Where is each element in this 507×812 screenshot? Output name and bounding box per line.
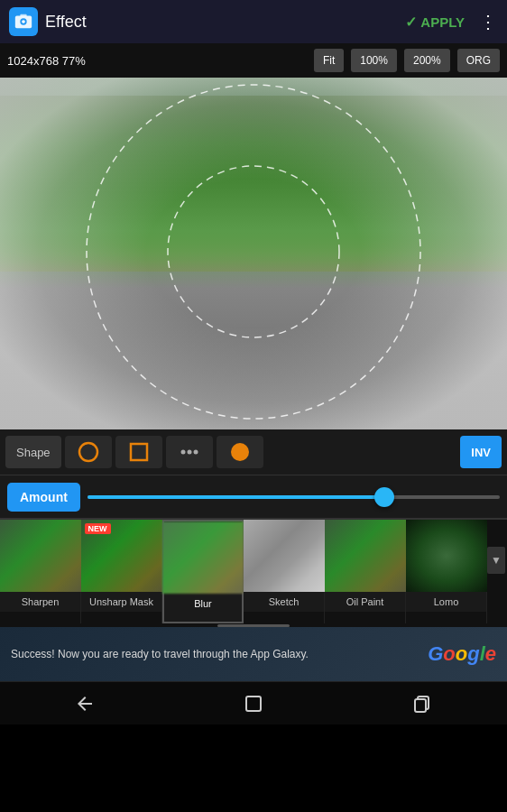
effect-label-unsharp-mask: Unsharp Mask	[81, 592, 161, 612]
app-icon	[9, 7, 38, 36]
effect-thumb-unsharp-mask: NEW	[81, 520, 162, 592]
shape-bar: Shape INV	[0, 429, 507, 475]
svg-rect-14	[415, 699, 426, 712]
effect-label-lomo: Lomo	[406, 592, 486, 612]
effect-thumb-blur	[162, 521, 244, 594]
effect-label-oil-paint: Oil Paint	[325, 592, 405, 612]
effect-item-unsharp-mask[interactable]: NEW Unsharp Mask	[81, 520, 162, 623]
slider-fill	[88, 495, 384, 499]
svg-point-2	[22, 20, 25, 23]
effect-item-sharpen[interactable]: Sharpen	[0, 520, 81, 623]
effect-item-sketch[interactable]: Sketch	[244, 520, 325, 623]
effect-label-sketch: Sketch	[244, 592, 324, 612]
amount-bar: Amount	[0, 475, 507, 518]
app-title: Effect	[45, 13, 405, 32]
new-badge: NEW	[85, 523, 111, 534]
apply-button[interactable]: ✓ APPLY	[405, 14, 465, 31]
ad-text: Success! Now you are ready to travel thr…	[11, 647, 420, 662]
svg-rect-7	[131, 444, 147, 460]
zoom-100-button[interactable]: 100%	[351, 49, 397, 72]
effect-item-lomo[interactable]: Lomo	[406, 520, 487, 623]
canvas-area[interactable]	[0, 78, 507, 429]
zoom-org-button[interactable]: ORG	[457, 49, 500, 72]
info-bar: 1024x768 77% Fit 100% 200% ORG	[0, 43, 507, 78]
zoom-200-button[interactable]: 200%	[404, 49, 450, 72]
svg-rect-3	[20, 14, 26, 17]
dot-fill-shape-button[interactable]	[217, 436, 263, 468]
svg-rect-12	[246, 697, 261, 711]
overflow-menu-button[interactable]: ⋮	[479, 11, 498, 32]
effect-label-blur: Blur	[164, 594, 242, 614]
zoom-fit-button[interactable]: Fit	[314, 49, 344, 72]
effect-item-blur[interactable]: Blur	[162, 520, 244, 623]
image-dimensions: 1024x768 77%	[7, 54, 307, 68]
svg-point-10	[193, 450, 198, 455]
nav-recent-button[interactable]	[395, 687, 449, 720]
svg-point-8	[180, 450, 185, 455]
apply-label: APPLY	[420, 14, 465, 30]
effect-label-sharpen: Sharpen	[0, 592, 80, 612]
nav-bar	[0, 681, 507, 724]
nav-back-button[interactable]	[58, 687, 112, 720]
square-shape-button[interactable]	[115, 436, 162, 468]
effect-item-oil-paint[interactable]: Oil Paint	[325, 520, 406, 623]
effect-thumb-lomo	[406, 520, 487, 592]
shape-label-button[interactable]: Shape	[5, 436, 61, 468]
svg-point-11	[231, 443, 249, 461]
dots-shape-button[interactable]	[166, 436, 213, 468]
effect-thumb-sketch	[244, 520, 325, 592]
inv-button[interactable]: INV	[460, 436, 502, 468]
slider-thumb[interactable]	[374, 487, 394, 507]
effect-thumb-oil-paint	[325, 520, 406, 592]
amount-label-button[interactable]: Amount	[7, 483, 80, 512]
effect-thumb-sharpen	[0, 520, 81, 592]
top-bar: Effect ✓ APPLY ⋮	[0, 0, 507, 43]
amount-slider-track[interactable]	[88, 495, 500, 499]
svg-point-6	[79, 443, 97, 461]
scroll-arrow-icon: ▼	[487, 547, 505, 574]
nav-home-button[interactable]	[226, 687, 281, 720]
svg-point-9	[187, 450, 191, 455]
apply-checkmark-icon: ✓	[405, 14, 417, 31]
effects-strip: ▼ Sharpen NEW Unsharp Mask Blur Sketch O…	[0, 520, 507, 623]
ad-banner: Success! Now you are ready to travel thr…	[0, 627, 507, 681]
circle-shape-button[interactable]	[65, 436, 112, 468]
google-logo: Google	[428, 642, 496, 666]
